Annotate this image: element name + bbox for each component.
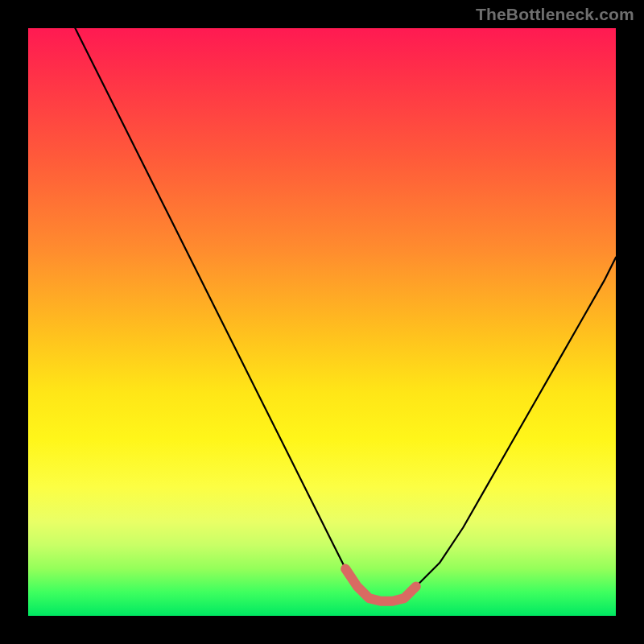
chart-frame: TheBottleneck.com bbox=[0, 0, 644, 644]
bottleneck-curve bbox=[75, 28, 616, 601]
plot-area bbox=[28, 28, 616, 616]
watermark-text: TheBottleneck.com bbox=[476, 5, 634, 24]
optimal-zone-highlight bbox=[345, 569, 416, 601]
curve-svg bbox=[28, 28, 616, 616]
